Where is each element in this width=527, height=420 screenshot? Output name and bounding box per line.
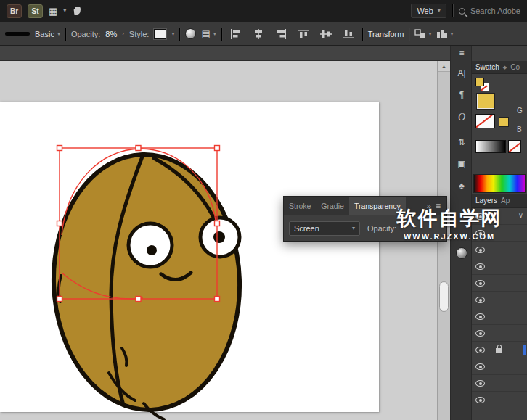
layer-row[interactable] — [472, 292, 527, 308]
scrollbar-thumb[interactable] — [439, 281, 449, 312]
left-eye[interactable] — [128, 223, 172, 267]
eye-icon — [475, 380, 485, 387]
visibility-toggle[interactable] — [472, 258, 489, 275]
none-swatch[interactable] — [475, 114, 495, 128]
tab-swatches[interactable]: Swatch — [475, 63, 499, 71]
selection-handle[interactable] — [136, 297, 141, 302]
character-panel-icon[interactable]: A| — [451, 69, 473, 78]
layer-row[interactable] — [472, 308, 527, 325]
layer-row[interactable] — [472, 375, 527, 392]
tab-appearance[interactable]: Ap — [501, 197, 510, 205]
shape-options-dropdown[interactable]: ▾ — [436, 29, 453, 39]
search-box[interactable]: Search Adobe — [459, 7, 520, 15]
selected-swatch[interactable] — [477, 94, 494, 109]
divider — [65, 28, 66, 41]
selection-handle[interactable] — [215, 221, 220, 226]
layer-row[interactable] — [472, 358, 527, 375]
color-spectrum-bar[interactable] — [473, 174, 526, 193]
transform-link[interactable]: Transform — [368, 30, 404, 38]
selection-color-badge — [523, 345, 526, 355]
workspace-strip — [0, 46, 527, 61]
divider — [409, 28, 409, 41]
document-setup-dropdown[interactable]: ▤ ▾ — [201, 29, 216, 38]
symbols-panel-icon[interactable]: ♣ — [451, 181, 473, 190]
apps-grid-icon[interactable]: ▦ — [49, 7, 57, 16]
sphere-panel-icon[interactable] — [456, 247, 467, 259]
document-profile-dropdown[interactable]: Web ▾ — [411, 4, 446, 18]
selection-handle[interactable] — [136, 146, 141, 151]
visibility-toggle[interactable] — [472, 242, 489, 258]
align-top-button[interactable] — [295, 25, 312, 43]
walnut-body[interactable] — [49, 152, 244, 413]
tab-color[interactable]: Co — [510, 63, 520, 71]
lock-icon[interactable] — [496, 348, 502, 353]
bridge-badge[interactable]: Br — [7, 4, 22, 18]
blend-mode-select[interactable]: Screen ▾ — [289, 221, 360, 236]
chevron-down-icon: ▾ — [428, 31, 431, 37]
style-swatch[interactable] — [154, 29, 166, 39]
walnut-character[interactable] — [49, 152, 244, 420]
document-profile-value: Web — [417, 7, 433, 15]
layer-row[interactable] — [472, 258, 527, 275]
chevron-right-icon[interactable]: › — [122, 31, 124, 37]
visibility-toggle[interactable] — [472, 375, 489, 392]
visibility-toggle[interactable] — [472, 358, 489, 375]
visibility-toggle[interactable] — [472, 292, 489, 308]
paragraph-panel-icon[interactable]: ¶ — [451, 91, 473, 99]
illustrator-window: Br St ▦ ▾ Web ▾ Search Adobe Basic ▾ Opa… — [0, 0, 527, 420]
scroll-up-button[interactable]: ▲ — [438, 61, 450, 72]
eye-icon — [475, 280, 485, 287]
chevron-down-icon: ▾ — [57, 31, 60, 37]
align-center-button[interactable] — [250, 25, 267, 43]
none-swatch-small[interactable] — [508, 140, 521, 153]
transform-panel-icon[interactable]: ⇅ — [451, 138, 473, 147]
layer-row[interactable] — [472, 325, 527, 342]
visibility-toggle[interactable] — [472, 325, 489, 342]
stroke-preview[interactable] — [5, 32, 30, 36]
stock-badge[interactable]: St — [28, 4, 43, 18]
right-pupil — [213, 231, 225, 243]
watermark-title: 软件自学网 — [372, 205, 527, 231]
selection-handle[interactable] — [57, 146, 62, 151]
align-right-button[interactable] — [272, 25, 290, 43]
selection-handle[interactable] — [215, 146, 220, 151]
yellow-swatch[interactable] — [499, 117, 509, 127]
white-black-gradient-swatch[interactable] — [475, 140, 506, 153]
arrange-dropdown[interactable]: ▾ — [414, 29, 431, 39]
hand-tool-icon[interactable] — [72, 6, 82, 16]
selection-handle[interactable] — [57, 221, 62, 226]
tab-gradient[interactable]: Gradie — [316, 197, 349, 215]
align-middle-button[interactable] — [317, 25, 335, 43]
align-left-button[interactable] — [227, 25, 245, 43]
chevron-down-icon[interactable]: ▾ — [63, 8, 66, 14]
visibility-toggle[interactable] — [472, 308, 489, 325]
artboards-panel-icon[interactable]: ▣ — [451, 160, 473, 168]
tab-layers[interactable]: Layers — [475, 197, 497, 205]
layer-row[interactable] — [472, 392, 527, 408]
sphere-icon[interactable] — [185, 28, 196, 39]
eye-icon — [475, 263, 485, 270]
eye-icon — [475, 297, 485, 303]
visibility-toggle[interactable] — [472, 342, 489, 358]
chevron-down-icon[interactable]: ▾ — [171, 31, 174, 37]
control-bar: Basic ▾ Opacity: 8% › Style: ▾ ▤ ▾ — [0, 22, 527, 46]
visibility-toggle[interactable] — [472, 392, 489, 408]
layer-row[interactable] — [472, 342, 527, 358]
tab-stroke[interactable]: Stroke — [284, 197, 316, 215]
layer-row[interactable] — [472, 275, 527, 292]
divider — [362, 28, 363, 41]
opacity-value[interactable]: 8% — [105, 30, 117, 38]
eye-icon — [475, 313, 485, 320]
align-bottom-button[interactable] — [340, 25, 357, 43]
opentype-panel-icon[interactable]: O — [451, 112, 473, 123]
left-pupil — [147, 245, 157, 255]
selection-handle[interactable] — [215, 297, 220, 302]
panel-menu-icon[interactable]: ≡ — [451, 49, 473, 57]
fill-chip[interactable] — [475, 78, 484, 86]
layer-row[interactable] — [472, 242, 527, 258]
swatches-panel-tabs: Swatch ◆ Co — [472, 61, 527, 74]
brush-definition-dropdown[interactable]: Basic ▾ — [35, 30, 60, 38]
visibility-toggle[interactable] — [472, 275, 489, 292]
eye-icon — [475, 397, 485, 403]
selection-handle[interactable] — [57, 297, 62, 302]
